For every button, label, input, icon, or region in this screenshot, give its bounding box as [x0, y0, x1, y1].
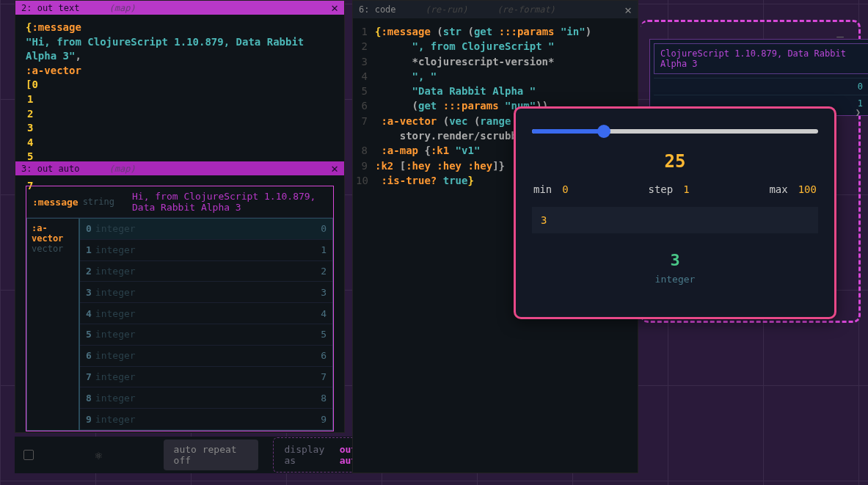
rerun-button[interactable]: (re-run) [426, 4, 468, 15]
scrubber-result: 3 [532, 251, 818, 269]
message-value: Hi, from ClojureScript 1.10.879, Data Ra… [132, 191, 327, 213]
out-auto-tab-hint: (map) [109, 164, 135, 174]
reformat-button[interactable]: (re-format) [497, 4, 555, 15]
table-row[interactable]: 3integer3 [80, 282, 332, 303]
step-input[interactable]: 1 [683, 183, 689, 195]
canvas-row: 0 [654, 78, 868, 95]
scrubber-value: 25 [532, 151, 818, 172]
out-auto-tab-bar: 3: out auto (map) ✕ [15, 161, 344, 175]
table-row[interactable]: 2integer2 [80, 261, 332, 282]
table-row[interactable]: 4integer4 [80, 303, 332, 324]
code-tab-bar: 6: code (re-run) (re-format) ✕ [353, 1, 638, 18]
out-text-content: {:message "Hi, from ClojureScript 1.10.8… [15, 15, 344, 161]
message-key: :message [32, 197, 79, 208]
max-label: max [769, 183, 787, 195]
out-auto-tab-label[interactable]: 3: out auto [21, 164, 79, 174]
min-label: min [533, 183, 552, 195]
table-row[interactable]: 1integer1 [80, 240, 332, 261]
vector-sidebar[interactable]: :a-vector vector [26, 218, 79, 431]
close-icon[interactable]: ✕ [624, 3, 632, 17]
table-row[interactable]: 9integer9 [80, 409, 332, 430]
out-text-tab-hint: (map) [109, 3, 135, 13]
scrubber-slider[interactable] [532, 129, 818, 134]
chevron-right-icon[interactable]: ❯ [856, 107, 861, 117]
canvas-header: ClojureScript 1.10.879, Data Rabbit Alph… [654, 43, 868, 74]
auto-repeat-toggle[interactable]: auto repeat off [164, 440, 259, 470]
vector-rows: 0integer01integer12integer23integer34int… [79, 218, 333, 431]
scrubber-popup: 25 min 0 step 1 max 100 3 3 integer [514, 106, 836, 319]
slider-thumb[interactable] [597, 125, 610, 138]
table-row[interactable]: 0integer0 [80, 219, 332, 240]
folder-icon[interactable] [23, 450, 34, 460]
atom-icon[interactable]: ⚛ [95, 448, 103, 462]
close-icon[interactable]: ✕ [331, 1, 338, 15]
table-row[interactable]: 5integer5 [80, 324, 332, 346]
scrubber-result-type: integer [532, 274, 818, 285]
table-row[interactable]: 7integer7 [80, 367, 332, 388]
message-type: string [83, 197, 114, 207]
out-auto-content: :message string Hi, from ClojureScript 1… [15, 175, 344, 442]
step-label: step [648, 183, 673, 195]
min-input[interactable]: 0 [562, 183, 568, 195]
close-icon[interactable]: ✕ [331, 161, 338, 175]
out-text-tab-bar: 2: out text (map) ✕ [15, 1, 344, 15]
max-input[interactable]: 100 [798, 183, 817, 195]
scrubber-field[interactable]: 3 [532, 207, 818, 233]
out-text-tab-label[interactable]: 2: out text [21, 3, 79, 13]
table-row[interactable]: 6integer6 [80, 346, 332, 367]
left-panel: 2: out text (map) ✕ {:message "Hi, from … [15, 0, 345, 433]
table-row[interactable]: 8integer8 [80, 387, 332, 409]
code-tab-label[interactable]: 6: code [359, 4, 396, 15]
